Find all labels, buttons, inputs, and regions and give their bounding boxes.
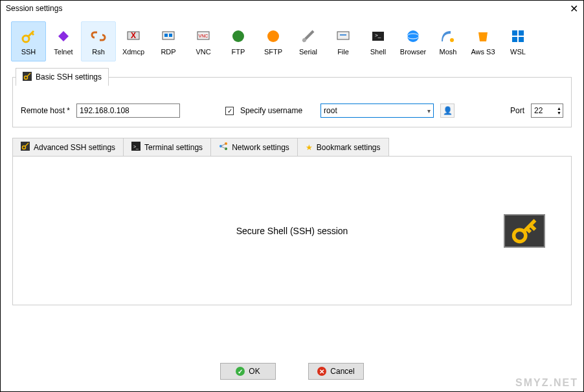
toolbar-item-mosh[interactable]: Mosh	[431, 21, 466, 61]
toolbar-label: SFTP	[264, 48, 282, 56]
ok-label: OK	[249, 367, 260, 376]
cancel-button[interactable]: ✕ Cancel	[308, 363, 364, 380]
username-combo[interactable]: root ▾	[320, 103, 434, 118]
toolbar-item-serial[interactable]: Serial	[291, 21, 326, 61]
tab-label: Bookmark settings	[317, 143, 381, 152]
svg-point-11	[232, 30, 244, 42]
svg-text:>_: >_	[375, 32, 381, 38]
key-small-icon	[23, 72, 32, 83]
basic-settings-row: Remote host * ✓ Specify username root ▾ …	[21, 103, 563, 118]
toolbar-item-vnc[interactable]: VNC VNC	[186, 21, 221, 61]
svg-point-12	[267, 30, 279, 42]
chevron-down-icon: ▾	[427, 107, 431, 114]
dialog-footer: ✓ OK ✕ Cancel	[1, 363, 583, 380]
toolbar-item-telnet[interactable]: Telnet	[46, 21, 81, 61]
toolbar-label: RDP	[161, 48, 175, 56]
toolbar-item-ssh[interactable]: SSH	[11, 21, 46, 61]
tab-label: Advanced SSH settings	[34, 143, 115, 152]
satellite-icon	[439, 27, 457, 45]
toolbar-item-sftp[interactable]: SFTP	[256, 21, 291, 61]
file-icon	[334, 27, 352, 45]
toolbar-item-shell[interactable]: >_ Shell	[361, 21, 396, 61]
globe-orange-icon	[264, 27, 282, 45]
close-button[interactable]: ✕	[570, 3, 578, 15]
svg-rect-24	[512, 37, 517, 42]
toolbar-label: Shell	[370, 48, 386, 56]
specify-username-checkbox[interactable]: ✓	[225, 107, 234, 115]
tab-basic-ssh[interactable]: Basic SSH settings	[16, 68, 109, 86]
terminal-icon: >_	[369, 27, 387, 45]
remote-host-label: Remote host *	[21, 106, 70, 115]
port-label: Port	[510, 106, 524, 115]
tab-terminal[interactable]: >_ Terminal settings	[123, 138, 211, 156]
key-icon	[19, 27, 38, 45]
vnc-icon: VNC	[194, 27, 212, 45]
svg-rect-23	[519, 30, 524, 36]
svg-rect-16	[340, 34, 346, 36]
globe-green-icon	[229, 27, 247, 45]
user-manage-button[interactable]: 👤	[440, 103, 455, 118]
svg-rect-8	[169, 34, 172, 37]
username-value: root	[324, 106, 337, 115]
svg-point-14	[302, 38, 306, 42]
toolbar-label: Browser	[400, 48, 426, 56]
session-heading: Secure Shell (SSH) session	[236, 226, 348, 236]
star-icon: ★	[306, 143, 313, 152]
specify-username-label: Specify username	[240, 106, 302, 115]
ok-button[interactable]: ✓ OK	[220, 363, 276, 380]
x-icon: ✕	[317, 367, 326, 376]
svg-point-21	[450, 38, 454, 42]
windows-icon	[509, 27, 527, 45]
session-type-toolbar: SSH Telnet Rsh X Xdmcp RDP VNC VNC FTP S…	[1, 16, 583, 64]
tab-network[interactable]: Network settings	[210, 138, 298, 156]
toolbar-item-rdp[interactable]: RDP	[151, 21, 186, 61]
toolbar-item-browser[interactable]: Browser	[396, 21, 431, 61]
svg-line-38	[221, 146, 226, 149]
remote-host-input[interactable]	[76, 103, 180, 118]
toolbar-item-ftp[interactable]: FTP	[221, 21, 256, 61]
toolbar-item-xdmcp[interactable]: X Xdmcp	[116, 21, 151, 61]
rdp-icon	[159, 27, 177, 45]
network-icon	[219, 142, 228, 153]
globe-blue-icon	[404, 27, 422, 45]
port-spinner[interactable]: 22 ▲▼	[531, 103, 563, 118]
svg-line-41	[530, 224, 535, 229]
toolbar-label: Xdmcp	[122, 48, 144, 56]
toolbar-item-rsh[interactable]: Rsh	[81, 21, 116, 61]
session-settings-window: Session settings ✕ SSH Telnet Rsh X Xdmc…	[0, 0, 584, 392]
diamond-icon	[54, 27, 73, 45]
toolbar-item-wsl[interactable]: WSL	[500, 21, 535, 61]
titlebar: Session settings ✕	[1, 1, 583, 16]
window-title: Session settings	[6, 4, 62, 13]
svg-text:VNC: VNC	[199, 34, 208, 38]
user-icon: 👤	[443, 106, 453, 115]
svg-rect-25	[519, 37, 524, 42]
svg-rect-7	[164, 34, 168, 37]
toolbar-label: Aws S3	[471, 48, 495, 56]
spinner-arrows[interactable]: ▲▼	[557, 106, 563, 115]
terminal-small-icon: >_	[131, 142, 140, 153]
tab-label: Basic SSH settings	[36, 72, 102, 82]
svg-line-37	[221, 144, 226, 146]
tab-bookmark[interactable]: ★ Bookmark settings	[297, 138, 389, 156]
basic-ssh-panel: Basic SSH settings Remote host * ✓ Speci…	[12, 77, 572, 127]
toolbar-item-file[interactable]: File	[326, 21, 361, 61]
svg-point-19	[407, 30, 419, 42]
session-type-graphic	[504, 214, 545, 248]
toolbar-item-aws-s3[interactable]: Aws S3	[466, 21, 500, 61]
toolbar-label: Serial	[299, 48, 317, 56]
settings-tabs: Advanced SSH settings >_ Terminal settin…	[12, 138, 572, 157]
svg-line-2	[32, 33, 34, 35]
tab-label: Terminal settings	[144, 143, 203, 152]
svg-rect-6	[163, 32, 174, 39]
tab-advanced-ssh[interactable]: Advanced SSH settings	[12, 138, 124, 156]
toolbar-label: Rsh	[92, 48, 105, 56]
toolbar-label: File	[337, 48, 349, 56]
session-content-pane: Secure Shell (SSH) session	[12, 157, 572, 305]
key-small-icon	[21, 142, 30, 153]
toolbar-label: Mosh	[440, 48, 457, 56]
svg-line-42	[527, 228, 531, 232]
settings-tabs-container: Advanced SSH settings >_ Terminal settin…	[12, 138, 572, 305]
port-value: 22	[534, 106, 543, 115]
cancel-label: Cancel	[330, 367, 354, 376]
